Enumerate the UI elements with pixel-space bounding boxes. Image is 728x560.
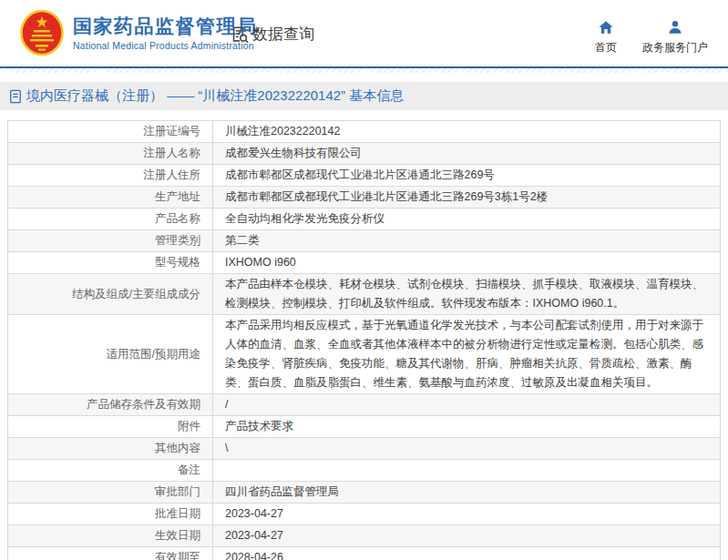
row-label: 型号规格: [8, 252, 213, 273]
table-row: 注册证编号 川械注准20232220142: [8, 121, 720, 142]
table-row: 批准日期 2023-04-27: [8, 503, 720, 524]
row-label: 备注: [8, 460, 213, 481]
row-value: 2023-04-27: [213, 525, 720, 546]
table-row: 审批部门 四川省药品监督管理局: [8, 481, 720, 503]
row-value: 2023-04-27: [213, 504, 720, 524]
row-value: /: [213, 394, 720, 415]
page-title-bar: 境内医疗器械（注册） —— “川械注准20232220142” 基本信息: [0, 82, 728, 110]
row-value: 四川省药品监督管理局: [213, 482, 720, 503]
table-row: 管理类别 第二类: [8, 229, 720, 251]
row-label: 生效日期: [8, 525, 213, 546]
row-value: 本产品由样本仓模块、耗材仓模块、试剂仓模块、扫描模块、抓手模块、取液模块、温育模…: [213, 274, 720, 314]
row-value: 2028-04-26: [213, 547, 720, 560]
row-label: 注册人住所: [8, 165, 213, 186]
row-label: 注册人名称: [8, 143, 213, 164]
row-value: IXHOMO i960: [213, 252, 720, 273]
row-label: 其他内容: [8, 438, 213, 459]
row-label: 批准日期: [8, 504, 213, 524]
table-row: 其他内容 \: [8, 437, 720, 459]
row-label: 审批部门: [8, 482, 213, 503]
row-value: 第二类: [213, 230, 720, 251]
nav-portal-label: 政务服务门户: [642, 40, 708, 56]
row-value: 成都市郫都区成都现代工业港北片区港通北三路269号: [213, 165, 720, 186]
document-icon: [9, 89, 22, 104]
site-header: 国家药品监督管理局 National Medical Products Admi…: [0, 0, 728, 66]
table-row: 生效日期 2023-04-27: [8, 524, 720, 546]
row-label: 管理类别: [8, 230, 213, 251]
table-row: 有效期至 2028-04-26: [8, 546, 720, 560]
page-title: 境内医疗器械（注册） —— “川械注准20232220142” 基本信息: [26, 87, 404, 105]
table-row: 注册人名称 成都爱兴生物科技有限公司: [8, 142, 720, 164]
row-label: 附件: [8, 416, 213, 437]
row-value: 产品技术要求: [213, 416, 720, 437]
row-label: 适用范围/预期用途: [8, 315, 213, 393]
row-label: 产品储存条件及有效期: [8, 394, 213, 415]
row-value: 川械注准20232220142: [213, 121, 720, 142]
table-row: 备注: [8, 459, 720, 481]
data-query-button[interactable]: 数据查询: [230, 24, 314, 45]
home-icon: [598, 19, 614, 36]
row-label: 生产地址: [8, 187, 213, 208]
table-row: 适用范围/预期用途 本产品采用均相反应模式，基于光氧通道化学发光技术，与本公司配…: [8, 314, 720, 393]
header-hatch-strip: [0, 68, 728, 73]
nav-home[interactable]: 首页: [595, 19, 617, 56]
table-row: 结构及组成/主要组成成分 本产品由样本仓模块、耗材仓模块、试剂仓模块、扫描模块、…: [8, 273, 720, 314]
document-search-icon: [230, 25, 250, 45]
table-row: 生产地址 成都市郫都区成都现代工业港北片区港通北三路269号3栋1号2楼: [8, 186, 720, 208]
nav-home-label: 首页: [595, 40, 617, 56]
registration-info-table: 注册证编号 川械注准20232220142 注册人名称 成都爱兴生物科技有限公司…: [7, 120, 721, 560]
row-label: 有效期至: [8, 547, 213, 560]
table-row: 产品名称 全自动均相化学发光免疫分析仪: [8, 208, 720, 229]
row-value: 成都爱兴生物科技有限公司: [213, 143, 720, 164]
user-icon: [667, 19, 683, 36]
row-label: 产品名称: [8, 209, 213, 229]
nav-portal[interactable]: 政务服务门户: [642, 19, 708, 56]
data-query-label: 数据查询: [252, 24, 314, 45]
row-value: [213, 460, 720, 481]
table-row: 附件 产品技术要求: [8, 415, 720, 437]
row-value: 全自动均相化学发光免疫分析仪: [213, 209, 720, 229]
row-label: 结构及组成/主要组成成分: [8, 274, 213, 314]
table-row: 产品储存条件及有效期 /: [8, 393, 720, 415]
row-value: 本产品采用均相反应模式，基于光氧通道化学发光技术，与本公司配套试剂使用，用于对来…: [213, 315, 720, 393]
table-row: 型号规格 IXHOMO i960: [8, 251, 720, 273]
national-emblem-logo: [20, 10, 64, 56]
row-label: 注册证编号: [8, 121, 213, 142]
row-value: 成都市郫都区成都现代工业港北片区港通北三路269号3栋1号2楼: [213, 187, 720, 208]
row-value: \: [213, 438, 720, 459]
header-nav: 首页 政务服务门户: [595, 19, 708, 56]
table-row: 注册人住所 成都市郫都区成都现代工业港北片区港通北三路269号: [8, 164, 720, 186]
